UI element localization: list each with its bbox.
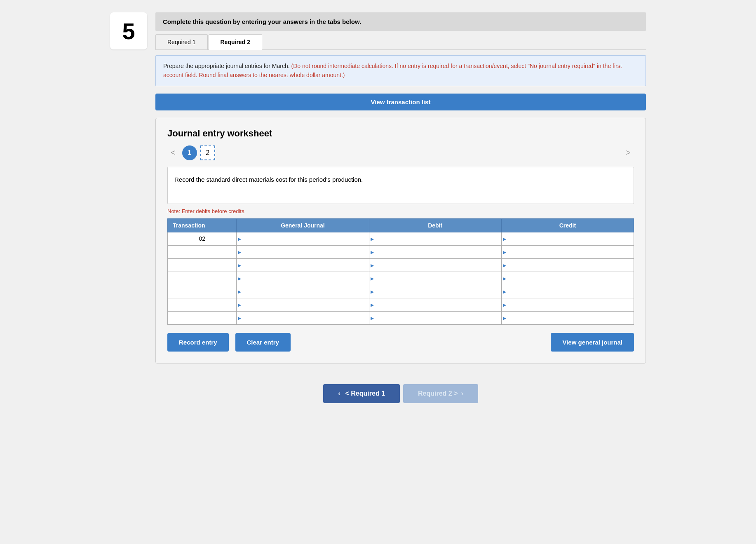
prev-label: < Required 1	[345, 390, 385, 397]
credit-cell-2[interactable]: ▸	[501, 258, 634, 272]
debit-input-2[interactable]	[375, 259, 501, 272]
credit-indicator-icon-5: ▸	[503, 301, 506, 309]
credit-input-4[interactable]	[507, 285, 634, 298]
debit-cell-4[interactable]: ▸	[369, 285, 501, 298]
debit-indicator-icon-3: ▸	[371, 274, 374, 282]
credit-cell-5[interactable]: ▸	[501, 298, 634, 311]
table-row: ▸▸▸	[168, 245, 634, 258]
journal-cell-0[interactable]: ▸	[237, 232, 369, 245]
nav-page-1[interactable]: 1	[182, 145, 197, 160]
transaction-cell-1	[168, 245, 237, 258]
journal-input-5[interactable]	[242, 298, 369, 311]
journal-input-4[interactable]	[242, 285, 369, 298]
tab-required-2[interactable]: Required 2	[209, 34, 262, 50]
journal-indicator-icon-1: ▸	[238, 248, 241, 256]
debit-input-4[interactable]	[375, 285, 501, 298]
debit-cell-5[interactable]: ▸	[369, 298, 501, 311]
bottom-prev-button[interactable]: ‹ < Required 1	[323, 384, 400, 403]
col-header-credit: Credit	[501, 218, 634, 232]
credit-input-0[interactable]	[507, 232, 634, 245]
debit-indicator-icon-2: ▸	[371, 261, 374, 269]
view-general-journal-button[interactable]: View general journal	[551, 333, 634, 352]
journal-input-1[interactable]	[242, 246, 369, 258]
nav-next-arrow[interactable]: >	[622, 146, 634, 159]
debit-indicator-icon-4: ▸	[371, 288, 374, 295]
credit-cell-6[interactable]: ▸	[501, 311, 634, 324]
transaction-cell-4	[168, 285, 237, 298]
nav-prev-arrow[interactable]: <	[167, 146, 179, 159]
journal-indicator-icon-3: ▸	[238, 274, 241, 282]
col-header-transaction: Transaction	[168, 218, 237, 232]
debit-input-0[interactable]	[375, 232, 501, 245]
credit-cell-3[interactable]: ▸	[501, 272, 634, 285]
credit-cell-0[interactable]: ▸	[501, 232, 634, 245]
col-header-debit: Debit	[369, 218, 501, 232]
debit-input-1[interactable]	[375, 246, 501, 258]
debit-cell-3[interactable]: ▸	[369, 272, 501, 285]
info-box: Prepare the appropriate journal entries …	[155, 55, 646, 86]
journal-indicator-icon-6: ▸	[238, 314, 241, 322]
table-row: ▸▸▸	[168, 298, 634, 311]
credit-input-3[interactable]	[507, 272, 634, 285]
debit-cell-0[interactable]: ▸	[369, 232, 501, 245]
journal-input-3[interactable]	[242, 272, 369, 285]
credit-indicator-icon-1: ▸	[503, 248, 506, 256]
journal-indicator-icon-0: ▸	[238, 235, 241, 243]
next-chevron-icon: ›	[461, 390, 463, 397]
credit-input-5[interactable]	[507, 298, 634, 311]
record-entry-button[interactable]: Record entry	[167, 333, 229, 352]
info-black-text: Prepare the appropriate journal entries …	[163, 63, 290, 69]
credit-input-2[interactable]	[507, 259, 634, 272]
debit-indicator-icon-0: ▸	[371, 235, 374, 243]
table-row: ▸▸▸	[168, 285, 634, 298]
debit-cell-1[interactable]: ▸	[369, 245, 501, 258]
question-number: 5	[110, 12, 147, 49]
button-row: Record entry Clear entry View general jo…	[167, 333, 634, 352]
worksheet-title: Journal entry worksheet	[167, 128, 634, 139]
debit-input-6[interactable]	[375, 312, 501, 324]
debit-input-5[interactable]	[375, 298, 501, 311]
transaction-cell-0: 02	[168, 232, 237, 245]
journal-cell-3[interactable]: ▸	[237, 272, 369, 285]
journal-cell-2[interactable]: ▸	[237, 258, 369, 272]
credit-cell-4[interactable]: ▸	[501, 285, 634, 298]
note-text: Note: Enter debits before credits.	[167, 208, 634, 214]
transaction-cell-2	[168, 258, 237, 272]
instruction-bar: Complete this question by entering your …	[155, 12, 646, 31]
tab-required-1[interactable]: Required 1	[155, 34, 208, 49]
bottom-next-button: Required 2 > ›	[403, 384, 478, 403]
debit-indicator-icon-1: ▸	[371, 248, 374, 256]
debit-cell-2[interactable]: ▸	[369, 258, 501, 272]
credit-cell-1[interactable]: ▸	[501, 245, 634, 258]
credit-indicator-icon-3: ▸	[503, 274, 506, 282]
clear-entry-button[interactable]: Clear entry	[235, 333, 291, 352]
credit-input-1[interactable]	[507, 246, 634, 258]
instruction-text: Complete this question by entering your …	[163, 18, 361, 25]
journal-cell-1[interactable]: ▸	[237, 245, 369, 258]
journal-input-6[interactable]	[242, 312, 369, 324]
debit-indicator-icon-5: ▸	[371, 301, 374, 309]
prev-chevron-icon: ‹	[338, 390, 340, 397]
journal-input-2[interactable]	[242, 259, 369, 272]
nav-page-2[interactable]: 2	[200, 145, 215, 160]
transaction-cell-3	[168, 272, 237, 285]
credit-indicator-icon-4: ▸	[503, 288, 506, 295]
transaction-cell-5	[168, 298, 237, 311]
journal-cell-5[interactable]: ▸	[237, 298, 369, 311]
journal-indicator-icon-4: ▸	[238, 288, 241, 295]
table-row: ▸▸▸	[168, 272, 634, 285]
tabs-row: Required 1 Required 2	[155, 34, 646, 50]
journal-cell-4[interactable]: ▸	[237, 285, 369, 298]
table-row: ▸▸▸	[168, 258, 634, 272]
debit-cell-6[interactable]: ▸	[369, 311, 501, 324]
journal-input-0[interactable]	[242, 232, 369, 245]
journal-cell-6[interactable]: ▸	[237, 311, 369, 324]
debit-input-3[interactable]	[375, 272, 501, 285]
table-row: ▸▸▸	[168, 311, 634, 324]
view-transaction-button[interactable]: View transaction list	[155, 94, 646, 110]
journal-indicator-icon-2: ▸	[238, 261, 241, 269]
credit-indicator-icon-2: ▸	[503, 261, 506, 269]
credit-input-6[interactable]	[507, 312, 634, 324]
journal-table: Transaction General Journal Debit Credit…	[167, 218, 634, 325]
credit-indicator-icon-6: ▸	[503, 314, 506, 322]
